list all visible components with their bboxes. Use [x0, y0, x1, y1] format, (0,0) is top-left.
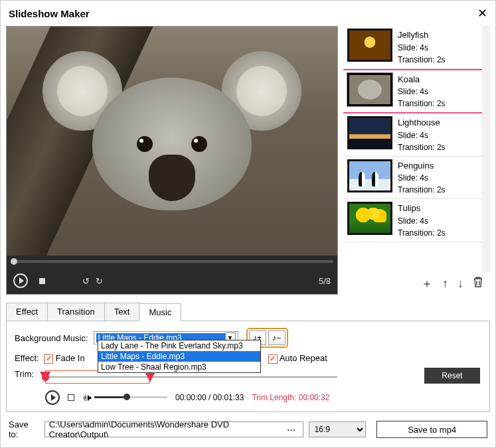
bgm-option[interactable]: Lady Lane - The Pink Everland Sky.mp3 — [98, 340, 260, 351]
effect-label: Effect: — [15, 353, 40, 363]
trim-label: Trim: — [15, 369, 40, 379]
bgm-dropdown-list[interactable]: Lady Lane - The Pink Everland Sky.mp3 Li… — [98, 340, 261, 373]
scrollbar-thumb[interactable] — [482, 172, 490, 225]
thumbnail-image — [347, 159, 392, 192]
tab-transition[interactable]: Transition — [47, 303, 105, 321]
save-to-mp4-button[interactable]: Save to mp4 — [376, 421, 487, 438]
list-item[interactable]: Tulips Slide: 4s Transition: 2s — [343, 199, 482, 242]
tab-text[interactable]: Text — [104, 303, 140, 321]
thumb-trans: Transition: 2s — [398, 141, 446, 153]
thumbnail-image — [347, 202, 392, 235]
music-play-icon[interactable] — [45, 390, 60, 405]
thumb-name: Jellyfish — [398, 29, 446, 42]
tab-effect[interactable]: Effect — [6, 303, 48, 321]
bgm-label: Background Music: — [15, 333, 88, 343]
music-stop-icon[interactable] — [68, 394, 74, 401]
tab-music[interactable]: Music — [139, 303, 181, 321]
thumb-slide: Slide: 4s — [398, 86, 446, 98]
trim-length-label: Trim Length: — [252, 393, 296, 402]
preview-panel: ↺ ↻ 5/8 — [6, 26, 338, 295]
thumbnail-list[interactable]: Jellyfish Slide: 4s Transition: 2s Koala… — [343, 26, 490, 272]
volume-icon[interactable]: 🕪 — [82, 392, 92, 403]
bgm-option[interactable]: Little Maps - Eddie.mp3 — [98, 351, 260, 362]
rotate-right-icon[interactable]: ↻ — [96, 276, 102, 286]
thumb-trans: Transition: 2s — [398, 227, 446, 239]
music-timecode: 00:00:00 / 00:01:33 — [175, 393, 244, 402]
volume-slider[interactable] — [94, 396, 167, 398]
thumbnail-image — [347, 116, 392, 149]
save-path-value: C:\Users\admin\Documents\Wondershare DVD… — [49, 419, 284, 439]
trim-handle-left[interactable] — [40, 372, 50, 382]
preview-progress[interactable] — [11, 260, 333, 263]
thumb-slide: Slide: 4s — [398, 172, 446, 184]
rotate-left-icon[interactable]: ↺ — [82, 276, 89, 286]
move-down-icon[interactable]: ↓ — [457, 277, 463, 291]
tab-row: Effect Transition Text Music — [6, 303, 490, 321]
close-icon[interactable]: ✕ — [477, 6, 487, 21]
list-item[interactable]: Jellyfish Slide: 4s Transition: 2s — [343, 26, 482, 69]
add-icon[interactable]: ＋ — [421, 275, 433, 291]
list-item[interactable]: Koala Slide: 4s Transition: 2s — [343, 69, 482, 114]
reset-button[interactable]: Reset — [424, 368, 480, 384]
play-icon[interactable] — [13, 273, 28, 288]
thumbnail-image — [347, 29, 392, 62]
fade-in-label: Fade In — [56, 353, 85, 363]
preview-image — [7, 27, 337, 256]
thumb-name: Tulips — [398, 202, 446, 215]
list-item[interactable]: Penguins Slide: 4s Transition: 2s — [343, 157, 482, 200]
save-path-field[interactable]: C:\Users\admin\Documents\Wondershare DVD… — [44, 421, 303, 437]
thumb-slide: Slide: 4s — [398, 129, 446, 141]
stop-icon[interactable] — [35, 273, 49, 288]
save-to-label: Save to: — [9, 419, 39, 439]
auto-repeat-checkbox[interactable]: ✓ — [268, 354, 278, 364]
list-item[interactable]: Lighthouse Slide: 4s Transition: 2s — [343, 113, 482, 157]
thumb-name: Koala — [398, 73, 446, 86]
auto-repeat-label: Auto Repeat — [280, 353, 327, 363]
music-panel: Background Music: Little Maps - Eddie.mp… — [6, 321, 490, 412]
thumb-trans: Transition: 2s — [398, 54, 446, 66]
move-up-icon[interactable]: ↑ — [442, 277, 448, 291]
aspect-ratio-select[interactable]: 16:9 — [309, 421, 367, 437]
remove-music-button[interactable]: ♪− — [268, 331, 286, 345]
thumb-name: Penguins — [398, 159, 446, 173]
trim-length-value: 00:00:32 — [299, 393, 330, 402]
thumb-name: Lighthouse — [398, 116, 446, 129]
thumb-trans: Transition: 2s — [398, 184, 446, 196]
thumb-slide: Slide: 4s — [398, 42, 446, 54]
thumb-slide: Slide: 4s — [398, 215, 446, 227]
thumb-trans: Transition: 2s — [398, 98, 446, 110]
browse-icon[interactable]: ⋯ — [284, 425, 299, 435]
fade-in-checkbox[interactable]: ✓ — [44, 354, 53, 364]
slide-counter: 5/8 — [319, 276, 331, 286]
window-title: Slideshow Maker — [9, 8, 90, 19]
thumbnail-image — [347, 73, 392, 106]
trash-icon[interactable] — [473, 276, 483, 291]
bgm-option[interactable]: Low Tree - Shaal Region.mp3 — [98, 362, 260, 372]
